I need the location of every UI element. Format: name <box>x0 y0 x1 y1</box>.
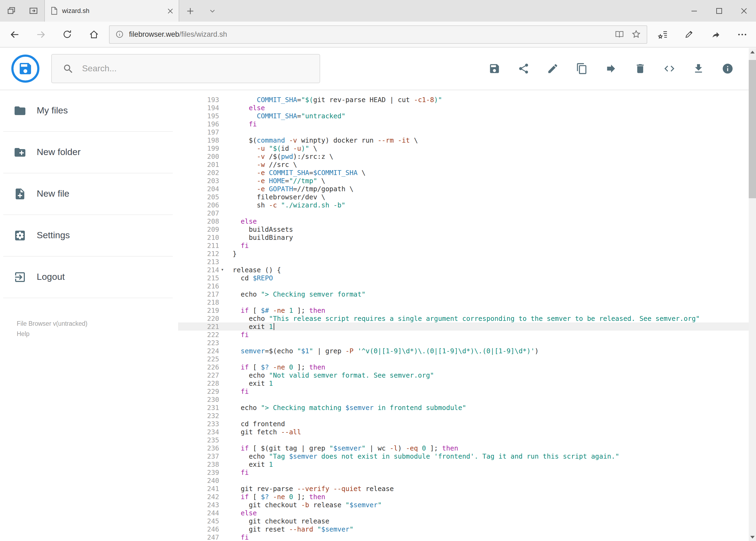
code-line[interactable]: 194 else <box>178 104 756 112</box>
scrollbar-thumb[interactable] <box>749 60 756 198</box>
code-line[interactable]: 233 cd frontend <box>178 420 756 428</box>
vertical-scrollbar[interactable] <box>749 48 756 541</box>
maximize-button[interactable] <box>707 0 731 22</box>
web-note-button[interactable] <box>676 21 702 47</box>
code-line[interactable]: 210 buildBinary <box>178 234 756 242</box>
address-bar[interactable]: filebrowser.web/files/wizard.sh <box>109 25 647 44</box>
search-bar[interactable] <box>51 54 320 83</box>
refresh-button[interactable] <box>54 21 81 47</box>
filebrowser-logo[interactable] <box>11 55 39 83</box>
edit-button[interactable] <box>538 56 567 81</box>
code-line[interactable]: 218 <box>178 298 756 306</box>
new-tab-button[interactable] <box>179 0 201 22</box>
code-line[interactable]: 229 fi <box>178 387 756 395</box>
code-line[interactable]: 239 fi <box>178 468 756 476</box>
code-line[interactable]: 224 semver=$(echo "$1" | grep -P '^v(0|[… <box>178 347 756 355</box>
code-line[interactable]: 242 if [ $? -ne 0 ]; then <box>178 493 756 501</box>
code-line[interactable]: 213 <box>178 258 756 266</box>
forward-button[interactable] <box>28 21 54 47</box>
code-line[interactable]: 247 fi <box>178 533 756 541</box>
code-line[interactable]: 207 <box>178 209 756 217</box>
sidebar-item-new-folder[interactable]: New folder <box>3 132 173 174</box>
copy-button[interactable] <box>567 56 597 81</box>
code-line[interactable]: 235 <box>178 436 756 444</box>
sidebar-item-settings[interactable]: Settings <box>3 215 173 257</box>
share-button[interactable] <box>509 56 538 81</box>
code-line[interactable]: 203 -e HOME="//tmp" \ <box>178 177 756 185</box>
minimize-button[interactable] <box>682 0 707 22</box>
code-line[interactable]: 204 -e GOPATH=//tmp/gopath \ <box>178 185 756 193</box>
code-line[interactable]: 202 -e COMMIT_SHA=$COMMIT_SHA \ <box>178 169 756 177</box>
code-line[interactable]: 245 git checkout release <box>178 517 756 525</box>
code-line[interactable]: 212} <box>178 250 756 258</box>
code-line[interactable]: 225 <box>178 355 756 363</box>
code-line[interactable]: 222 fi <box>178 330 756 339</box>
code-line[interactable]: 220 echo "This release script requires a… <box>178 314 756 322</box>
code-line[interactable]: 205 filebrowser/dev \ <box>178 193 756 201</box>
tab-preview-button[interactable] <box>0 0 22 22</box>
code-line[interactable]: 211 fi <box>178 242 756 250</box>
code-line[interactable]: 240 <box>178 476 756 485</box>
tab-close-icon[interactable] <box>167 8 173 14</box>
fold-arrow-icon[interactable]: ▾ <box>219 266 226 274</box>
move-button[interactable] <box>597 56 626 81</box>
sidebar-item-new-file[interactable]: New file <box>3 174 173 215</box>
browser-tab[interactable]: wizard.sh <box>44 0 179 22</box>
code-line[interactable]: 215 cd $REPO <box>178 274 756 282</box>
favorite-star-button[interactable] <box>631 29 641 39</box>
code-line[interactable]: 223 <box>178 339 756 347</box>
code-line[interactable]: 228 exit 1 <box>178 379 756 387</box>
code-line[interactable]: 209 buildAssets <box>178 225 756 234</box>
code-line[interactable]: 217 echo "> Checking semver format" <box>178 290 756 298</box>
code-line[interactable]: 234 git fetch --all <box>178 428 756 436</box>
more-options-button[interactable] <box>729 21 755 47</box>
code-line[interactable]: 236 if [ $(git tag | grep "$semver" | wc… <box>178 444 756 452</box>
share-page-button[interactable] <box>702 21 729 47</box>
code-line[interactable]: 238 exit 1 <box>178 460 756 468</box>
scroll-down-button[interactable] <box>749 533 756 541</box>
code-line[interactable]: 241 git rev-parse --verify --quiet relea… <box>178 485 756 493</box>
delete-button[interactable] <box>626 56 655 81</box>
code-line[interactable]: 226 if [ $? -ne 0 ]; then <box>178 363 756 371</box>
code-line[interactable]: 230 <box>178 395 756 403</box>
code-line[interactable]: 227 echo "Not valid semver format. See s… <box>178 371 756 379</box>
reading-view-button[interactable] <box>614 29 625 39</box>
code-line[interactable]: 196 fi <box>178 120 756 128</box>
help-link[interactable]: Help <box>17 329 178 339</box>
favorites-hub-button[interactable] <box>649 21 676 47</box>
code-line[interactable]: 221 exit 1 <box>178 322 756 330</box>
search-input[interactable] <box>82 64 309 74</box>
code-line[interactable]: 214▾release () { <box>178 266 756 274</box>
tab-list-chevron-button[interactable] <box>201 0 223 22</box>
code-line[interactable]: 208 else <box>178 217 756 225</box>
code-line[interactable]: 206 sh -c "./wizard.sh -b" <box>178 201 756 209</box>
code-line[interactable]: 237 echo "Tag $semver does not exist in … <box>178 452 756 460</box>
info-button[interactable] <box>713 56 742 81</box>
code-line[interactable]: 232 <box>178 412 756 420</box>
sidebar-item-logout[interactable]: Logout <box>3 257 173 298</box>
set-tabs-aside-button[interactable] <box>22 0 44 22</box>
code-line[interactable]: 201 -w //src \ <box>178 161 756 169</box>
close-button[interactable] <box>731 0 756 22</box>
scroll-up-button[interactable] <box>749 48 756 56</box>
code-line[interactable]: 193 COMMIT_SHA="$(git rev-parse HEAD | c… <box>178 96 756 104</box>
code-line[interactable]: 231 echo "> Checking matching $semver in… <box>178 403 756 412</box>
site-info-icon[interactable] <box>115 30 124 39</box>
back-button[interactable] <box>1 21 28 47</box>
code-line[interactable]: 219 if [ $# -ne 1 ]; then <box>178 306 756 314</box>
code-line[interactable]: 216 <box>178 282 756 290</box>
code-editor[interactable]: 193 COMMIT_SHA="$(git rev-parse HEAD | c… <box>178 90 756 541</box>
code-line[interactable]: 246 git reset --hard "$semver" <box>178 525 756 533</box>
home-button[interactable] <box>81 21 107 47</box>
code-line[interactable]: 199 -u "$(id -u)" \ <box>178 144 756 152</box>
code-line[interactable]: 198 $(command -v winpty) docker run --rm… <box>178 136 756 144</box>
sidebar-item-my-files[interactable]: My files <box>3 90 173 132</box>
code-line[interactable]: 197 <box>178 128 756 136</box>
code-line[interactable]: 195 COMMIT_SHA="untracked" <box>178 112 756 120</box>
code-line[interactable]: 244 else <box>178 509 756 517</box>
code-line[interactable]: 200 -v /$(pwd):/src:z \ <box>178 152 756 161</box>
save-button[interactable] <box>480 56 509 81</box>
code-button[interactable] <box>655 56 684 81</box>
code-line[interactable]: 243 git checkout -b release "$semver" <box>178 501 756 509</box>
download-button[interactable] <box>684 56 713 81</box>
